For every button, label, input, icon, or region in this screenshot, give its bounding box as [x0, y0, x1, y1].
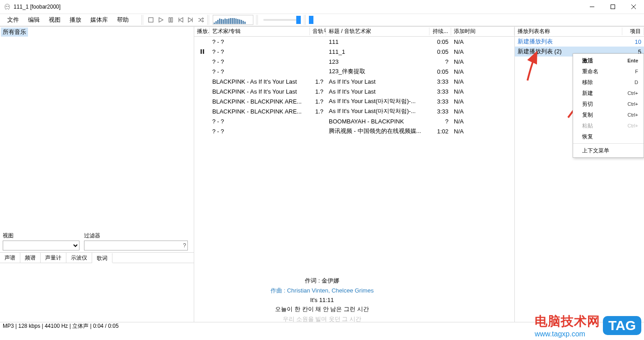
- cell-duration: ?: [429, 58, 451, 65]
- track-row[interactable]: BLACKPINK - As If It's Your Last1.?As If…: [194, 76, 514, 86]
- cell-duration: 3:33: [429, 78, 451, 85]
- filter-input[interactable]: [84, 241, 188, 250]
- ctx-复制[interactable]: 复制Ctrl+: [573, 109, 644, 120]
- cell-title: 腾讯视频 - 中国领先的在线视频媒...: [326, 127, 429, 135]
- play-button[interactable]: [156, 15, 166, 25]
- stop-button[interactable]: [146, 15, 156, 25]
- cell-artist: ? - ?: [210, 68, 310, 75]
- ctx-上下文菜单[interactable]: 上下文菜单: [573, 145, 644, 156]
- app-icon: [4, 3, 11, 10]
- menu-2[interactable]: 视图: [44, 14, 65, 26]
- maximize-button[interactable]: [602, 0, 623, 14]
- col-artist[interactable]: 艺术家/专辑: [210, 28, 310, 35]
- cell-duration: 3:33: [429, 108, 451, 115]
- visualizer[interactable]: [213, 15, 253, 25]
- watermark-text-url: www.tagxp.com: [535, 330, 600, 338]
- col-playlist-count[interactable]: 项目: [622, 28, 644, 35]
- menu-3[interactable]: 播放: [65, 14, 86, 26]
- cell-duration: 0:05: [429, 68, 451, 75]
- tab-声量计[interactable]: 声量计: [41, 253, 66, 263]
- next-button[interactable]: [186, 15, 196, 25]
- filter-help-icon[interactable]: ?: [183, 242, 186, 249]
- track-row[interactable]: ? - ?BOOMBAYAH - BLACKPINK?N/A: [194, 116, 514, 126]
- menu-0[interactable]: 文件: [3, 14, 23, 26]
- cell-added: N/A: [451, 68, 514, 75]
- playlist-headers: 播放列表名称 项目: [515, 27, 644, 37]
- cell-added: N/A: [451, 118, 514, 125]
- cell-duration: 3:33: [429, 88, 451, 95]
- cell-title: 123: [326, 58, 429, 65]
- minimize-button[interactable]: [582, 0, 602, 14]
- col-added[interactable]: 添加时间: [451, 28, 514, 35]
- close-button[interactable]: [623, 0, 644, 14]
- cell-artist: ? - ?: [210, 118, 310, 125]
- playlist-context-menu: 激活Ente重命名F移除D新建Ctrl+剪切Ctrl+复制Ctrl+粘贴Ctrl…: [573, 53, 644, 158]
- ctx-恢复[interactable]: 恢复: [573, 131, 644, 142]
- menu-4[interactable]: 媒体库: [86, 14, 112, 26]
- cell-title: As If It's Your Last: [326, 88, 429, 95]
- toolbar-grip[interactable]: [304, 15, 307, 25]
- cell-added: N/A: [451, 98, 514, 105]
- track-row[interactable]: ? - ?1110:05N/A: [194, 37, 514, 47]
- svg-marker-12: [188, 18, 192, 22]
- library-root-all-music[interactable]: 所有音乐: [1, 28, 28, 37]
- tab-示波仪[interactable]: 示波仪: [66, 253, 92, 263]
- cell-artist: BLACKPINK - As If It's Your Last: [210, 78, 310, 85]
- col-title[interactable]: 标题 / 音轨艺术家: [326, 28, 429, 35]
- ctx-激活[interactable]: 激活Ente: [573, 55, 644, 66]
- svg-rect-8: [169, 18, 170, 22]
- ctx-重命名[interactable]: 重命名F: [573, 66, 644, 77]
- ctx-粘贴: 粘贴Ctrl+: [573, 120, 644, 131]
- track-row[interactable]: ? - ?123_伴奏提取0:05N/A: [194, 66, 514, 76]
- ctx-新建[interactable]: 新建Ctrl+: [573, 88, 644, 99]
- filter-label: 过滤器: [84, 232, 188, 240]
- cell-title: 111: [326, 38, 429, 45]
- cell-artist: ? - ?: [210, 38, 310, 45]
- cell-trackno: 1.?: [310, 98, 326, 105]
- playing-icon: [197, 49, 208, 54]
- pause-button[interactable]: [166, 15, 176, 25]
- track-row[interactable]: ? - ?111_10:05N/A: [194, 47, 514, 57]
- col-playlist-name[interactable]: 播放列表名称: [515, 28, 622, 35]
- menu-1[interactable]: 编辑: [23, 14, 44, 26]
- menu-5[interactable]: 帮助: [112, 14, 133, 26]
- random-button[interactable]: [196, 15, 205, 25]
- track-row[interactable]: BLACKPINK - As If It's Your Last1.?As If…: [194, 86, 514, 96]
- cell-title: 111_1: [326, 48, 429, 55]
- playlist-name: 新建播放列表: [515, 38, 622, 46]
- toolbar-grip[interactable]: [141, 15, 144, 25]
- svg-marker-7: [159, 18, 163, 22]
- track-row[interactable]: BLACKPINK - BLACKPINK ARE...1.?As If It'…: [194, 106, 514, 116]
- statusbar: MP3 | 128 kbps | 44100 Hz | 立体声 | 0:04 /…: [0, 322, 644, 330]
- tab-频谱[interactable]: 频谱: [20, 253, 41, 263]
- cell-added: N/A: [451, 58, 514, 65]
- cell-added: N/A: [451, 48, 514, 55]
- ctx-剪切[interactable]: 剪切Ctrl+: [573, 99, 644, 109]
- cell-title: As If It's Your Last(마지막처럼)-...: [326, 97, 429, 105]
- track-row[interactable]: ? - ?腾讯视频 - 中国领先的在线视频媒...1:02N/A: [194, 126, 514, 136]
- cell-artist: ? - ?: [210, 128, 310, 135]
- toolbar-grip[interactable]: [207, 15, 210, 25]
- cell-added: N/A: [451, 128, 514, 135]
- cell-added: N/A: [451, 108, 514, 115]
- col-duration[interactable]: 持续...: [429, 28, 451, 35]
- cell-duration: 3:33: [429, 98, 451, 105]
- col-playing[interactable]: 播放...: [194, 28, 210, 35]
- cell-duration: ?: [429, 118, 451, 125]
- tab-歌词[interactable]: 歌词: [92, 253, 112, 263]
- cell-duration: 0:05: [429, 38, 451, 45]
- track-row[interactable]: BLACKPINK - BLACKPINK ARE...1.?As If It'…: [194, 96, 514, 106]
- col-trackno[interactable]: 音轨号: [310, 28, 326, 35]
- track-row[interactable]: ? - ?123?N/A: [194, 57, 514, 66]
- toolbar-grip[interactable]: [256, 15, 259, 25]
- library-panel: 所有音乐 视图 过滤器 ? 声谱频谱声量计示波仪歌词: [0, 27, 194, 322]
- tab-声谱[interactable]: 声谱: [0, 253, 20, 263]
- volume-slider[interactable]: [263, 15, 299, 25]
- prev-button[interactable]: [176, 15, 186, 25]
- playlist-row[interactable]: 新建播放列表10: [515, 37, 644, 47]
- svg-rect-9: [171, 18, 173, 22]
- view-select[interactable]: [3, 241, 79, 250]
- ctx-移除[interactable]: 移除D: [573, 77, 644, 88]
- cell-title: BOOMBAYAH - BLACKPINK: [326, 118, 429, 125]
- svg-rect-6: [149, 18, 153, 22]
